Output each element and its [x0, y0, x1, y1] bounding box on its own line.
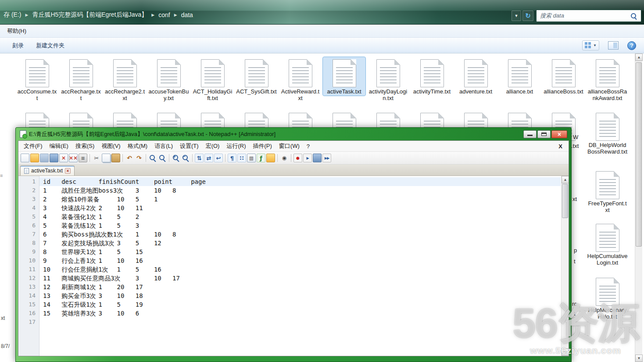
doc-map-icon[interactable]: ▥	[247, 154, 256, 162]
menu-item[interactable]: 设置(T)	[176, 141, 202, 151]
editor-line[interactable]: 87 发起竞技场挑战3次 3 5 12	[18, 239, 561, 247]
document-close-button[interactable]: X	[558, 143, 567, 150]
file-item[interactable]: FreeTypeFont.txt	[586, 169, 629, 214]
save-icon[interactable]	[40, 154, 49, 162]
file-item[interactable]: adventure.txt	[454, 57, 497, 96]
editor-line[interactable]: 76 购买boss挑战次数1次 1 10 8	[18, 230, 561, 239]
editor-line[interactable]: 65 装备洗练1次 1 5 3	[18, 221, 561, 230]
menu-item[interactable]: 语言(L)	[151, 141, 176, 151]
file-item[interactable]: HelpCumulativeLogin.txt	[586, 222, 629, 267]
scroll-down-icon[interactable]: ▼	[635, 355, 643, 362]
menu-item[interactable]: 文件(F)	[20, 141, 46, 151]
show-all-chars-icon[interactable]: ¶	[228, 154, 236, 162]
scrollbar-thumb[interactable]	[636, 62, 642, 247]
minimize-button[interactable]	[523, 130, 537, 138]
menu-item[interactable]: 搜索(S)	[72, 141, 98, 151]
file-item[interactable]: activityTime.txt	[411, 57, 453, 96]
find-icon[interactable]	[148, 154, 157, 162]
zoom-in-icon[interactable]: +	[172, 154, 180, 162]
folder-workspace-icon[interactable]	[266, 154, 275, 162]
run-multiple-icon[interactable]: ▶▶	[322, 154, 331, 162]
menu-item[interactable]: 格式(M)	[124, 141, 151, 151]
sync-h-icon[interactable]: ⇄	[204, 154, 213, 162]
editor-line[interactable]: 98 世界聊天1次 1 5 15	[18, 247, 561, 256]
file-item[interactable]: accuseTokenBuy.txt	[147, 57, 190, 102]
change-view-button[interactable]: ▼	[582, 40, 599, 50]
copy-icon[interactable]	[102, 154, 111, 162]
play-macro-icon[interactable]: ▶	[303, 154, 312, 162]
editor-line[interactable]: 1514 宝石升级1次 1 5 19	[18, 300, 561, 309]
open-icon[interactable]	[30, 154, 39, 162]
breadcrumb-item[interactable]: 青丘狐H5完整源码【前端Egret后端Java】	[29, 10, 150, 20]
file-item[interactable]: DB_HelpWorldBossReward.txt	[586, 111, 629, 156]
print-icon[interactable]: ≡	[79, 154, 87, 162]
save-macro-icon[interactable]	[313, 154, 322, 162]
scroll-up-icon[interactable]: ▲	[562, 176, 569, 183]
new-file-icon[interactable]	[21, 154, 29, 162]
scroll-down-icon[interactable]: ▼	[562, 348, 569, 356]
close-icon[interactable]: ×	[59, 154, 68, 162]
editor-line[interactable]: 1211 商城购买任意商品3次 3 10 17	[18, 274, 561, 283]
file-item[interactable]: alliance.txt	[498, 57, 541, 96]
file-item[interactable]: HelpMercenaryHalo.txt	[586, 276, 629, 321]
editor-line[interactable]: 109 行会上香1次 1 10 16	[18, 256, 561, 265]
scrollbar-thumb[interactable]	[562, 184, 568, 218]
explorer-vertical-scrollbar[interactable]: ▲ ▼	[635, 54, 642, 362]
indent-guide-icon[interactable]: ∷	[237, 154, 246, 162]
editor-line[interactable]: 1413 购买金币3次 3 10 18	[18, 291, 561, 300]
menu-item[interactable]: 宏(O)	[202, 141, 223, 151]
divider-grip-icon[interactable]	[0, 173, 5, 182]
refresh-button[interactable]: ↻	[522, 11, 533, 21]
file-item[interactable]: accRecharge.txt	[60, 57, 102, 102]
function-list-icon[interactable]: ƒ	[257, 154, 265, 162]
menu-item[interactable]: 视图(V)	[98, 141, 124, 151]
monitoring-icon[interactable]: ◉	[280, 154, 289, 162]
file-item[interactable]: accConsume.txt	[16, 57, 58, 102]
tab-close-icon[interactable]: ×	[65, 168, 71, 174]
redo-icon[interactable]: ↷	[135, 154, 143, 162]
paste-icon[interactable]	[111, 154, 120, 162]
editor-line[interactable]: 1312 刷新商城1次 1 20 17	[18, 283, 561, 291]
file-item[interactable]: ACT_HolidayGift.txt	[191, 57, 234, 102]
menu-item[interactable]: 编辑(E)	[46, 141, 72, 151]
menu-item[interactable]: 插件(P)	[249, 141, 275, 151]
file-item[interactable]: ACT_SysGift.txt	[235, 57, 278, 96]
editor-line[interactable]: 17	[18, 318, 561, 326]
editor-line[interactable]: 54 装备强化1次 1 5 2	[18, 212, 561, 221]
editor-line[interactable]: 43 快速战斗2次 2 10 11	[18, 204, 561, 212]
address-dropdown-button[interactable]: ▼	[512, 11, 521, 21]
tab-activetask[interactable]: activeTask.txt ×	[20, 165, 75, 176]
editor-line[interactable]: 1id desc finishCount point page	[18, 177, 561, 186]
sync-v-icon[interactable]: ⇅	[195, 154, 204, 162]
editor-vertical-scrollbar[interactable]: ▲ ▼	[561, 176, 569, 356]
burn-button[interactable]: 刻录	[12, 42, 24, 50]
record-macro-icon[interactable]: ●	[293, 154, 302, 162]
editor-line[interactable]: 1110 行会任意捐献1次 1 5 16	[18, 265, 561, 274]
cut-icon[interactable]: ✂	[92, 154, 101, 162]
replace-icon[interactable]	[158, 154, 167, 162]
file-item[interactable]: accRecharge2.txt	[104, 57, 146, 102]
preview-pane-button[interactable]	[608, 41, 619, 50]
breadcrumb-item[interactable]: 存 (E:)	[1, 10, 24, 20]
file-item[interactable]: allianceBossRankAward.txt	[586, 57, 629, 102]
menu-item[interactable]: 运行(R)	[223, 141, 249, 151]
file-item[interactable]: activityDayLogin.txt	[367, 57, 409, 102]
editor-line[interactable]: 21 战胜任意地图boss3次 3 10 8	[18, 186, 561, 195]
notepad-title-bar[interactable]: E:\青丘狐H5完整源码【前端Egret后端Java】\conf\data\ac…	[18, 128, 569, 140]
close-button[interactable]	[551, 130, 567, 138]
save-all-icon[interactable]	[50, 154, 58, 162]
menu-item[interactable]: 窗口(W)	[275, 141, 303, 151]
text-editor[interactable]: 1id desc finishCount point page21 战胜任意地图…	[18, 176, 569, 356]
zoom-out-icon[interactable]: −	[181, 154, 190, 162]
word-wrap-icon[interactable]: ↩	[214, 154, 223, 162]
help-button[interactable]: ?	[627, 41, 636, 50]
breadcrumb-item[interactable]: data	[179, 10, 196, 20]
file-item[interactable]: allianceBoss.txt	[542, 57, 585, 96]
search-box[interactable]: 搜索 data	[536, 10, 641, 22]
close-all-icon[interactable]: ××	[69, 154, 78, 162]
maximize-button[interactable]	[537, 130, 551, 138]
menu-item[interactable]: ?	[303, 142, 313, 151]
menu-help[interactable]: 帮助(H)	[4, 26, 30, 36]
breadcrumb-item[interactable]: conf	[156, 10, 172, 20]
new-folder-button[interactable]: 新建文件夹	[36, 42, 64, 50]
